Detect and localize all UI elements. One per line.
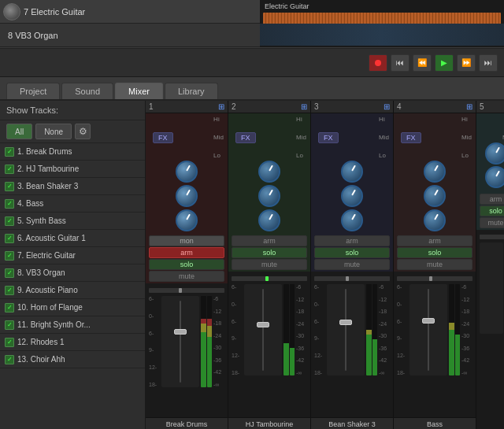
mixer-panel: 1 ⊞ FX Hi Mid Lo: [146, 101, 504, 429]
knob-lo-ch4[interactable]: [424, 209, 446, 231]
arm-button-ch3[interactable]: arm: [314, 235, 390, 246]
play-button[interactable]: ▶: [435, 54, 454, 72]
list-item[interactable]: ✓ 1. Break Drums: [0, 143, 145, 161]
track-checkbox-4[interactable]: ✓: [5, 199, 14, 209]
track-checkbox-7[interactable]: ✓: [5, 251, 14, 261]
fader-handle-2[interactable]: [257, 322, 269, 327]
mute-button-ch4[interactable]: mute: [397, 259, 472, 270]
solo-button-ch4[interactable]: solo: [397, 247, 472, 258]
fader-marker-ch1: [179, 288, 182, 293]
track-checkbox-12[interactable]: ✓: [5, 338, 14, 347]
knob-mid-ch3[interactable]: [341, 185, 363, 207]
knob-mid-ch4[interactable]: [424, 185, 446, 207]
channel-buttons-2: arm solo mute: [228, 234, 310, 272]
channel-grid-icon-1[interactable]: ⊞: [218, 102, 224, 111]
track-row-vb3-organ: 8 VB3 Organ: [0, 24, 504, 47]
fast-forward-button[interactable]: ⏩: [457, 54, 476, 72]
fader-handle-1[interactable]: [174, 329, 187, 335]
knobs-ch3: [313, 161, 391, 231]
fader-section-2: 6- 0- 6- 9- 12- 18-: [228, 272, 310, 417]
fader-handle-4[interactable]: [422, 318, 435, 324]
meter-left-2: [284, 284, 289, 375]
fader-strip-1[interactable]: [161, 296, 199, 387]
fader-marker-ch4: [429, 276, 432, 281]
fx-button-ch2[interactable]: FX: [235, 132, 256, 143]
track-checkbox-11[interactable]: ✓: [5, 320, 14, 330]
arm-button-ch1[interactable]: arm: [149, 247, 224, 258]
fader-strip-2[interactable]: [244, 284, 282, 375]
knob-mid-ch2[interactable]: [258, 185, 280, 207]
fader-marker-ch2: [265, 276, 269, 281]
arm-button-ch5[interactable]: arm: [480, 194, 504, 205]
mute-button-ch5[interactable]: mute: [480, 217, 504, 228]
track-checkbox-8[interactable]: ✓: [5, 268, 14, 278]
mute-button-ch2[interactable]: mute: [232, 259, 307, 270]
track-checkbox-13[interactable]: ✓: [5, 355, 14, 364]
knob-mid-ch5[interactable]: [485, 166, 505, 188]
fader-strip-4[interactable]: [410, 284, 447, 375]
list-item[interactable]: ✓ 11. Bright Synth Or...: [0, 316, 145, 334]
knob-hi-ch3[interactable]: [341, 161, 363, 183]
track-checkbox-1[interactable]: ✓: [5, 147, 14, 157]
fader-strip-5[interactable]: [480, 242, 503, 334]
list-item[interactable]: ✓ 10. Horn of Flange: [0, 299, 145, 316]
fader-strip-3[interactable]: [327, 284, 365, 375]
solo-button-ch3[interactable]: solo: [314, 247, 390, 258]
list-item[interactable]: ✓ 4. Bass: [0, 195, 145, 213]
list-item[interactable]: ✓ 12. Rhodes 1: [0, 334, 145, 351]
track-row-electric-guitar: 7 Electric Guitar Project solo 〜 fx arm …: [0, 0, 504, 24]
settings-gear-icon[interactable]: ⚙: [75, 124, 91, 139]
list-item[interactable]: ✓ 7. Electric Guitar: [0, 247, 145, 264]
track-checkbox-9[interactable]: ✓: [5, 286, 14, 295]
none-button[interactable]: None: [35, 124, 72, 139]
arm-button-ch4[interactable]: arm: [397, 235, 472, 246]
knob-lo-ch1[interactable]: [176, 209, 198, 231]
tabs-bar: Project Sound Mixer Library: [0, 77, 504, 101]
track-name-10: 10. Horn of Flange: [17, 303, 83, 312]
channel-grid-icon-2[interactable]: ⊞: [301, 102, 307, 111]
record-button[interactable]: [369, 54, 387, 72]
list-item[interactable]: ✓ 8. VB3 Organ: [0, 264, 145, 282]
fader-position-1: [149, 288, 224, 293]
knob-hi-ch1[interactable]: [176, 161, 198, 183]
fx-button-ch4[interactable]: FX: [401, 132, 421, 143]
channel-grid-icon-3[interactable]: ⊞: [384, 102, 390, 111]
knob-mid-ch1[interactable]: [176, 185, 198, 207]
track-checkbox-3[interactable]: ✓: [5, 182, 14, 191]
knob-hi-ch4[interactable]: [424, 161, 446, 183]
tab-mixer[interactable]: Mixer: [115, 83, 163, 99]
solo-button-ch2[interactable]: solo: [232, 247, 307, 258]
list-item[interactable]: ✓ 3. Bean Shaker 3: [0, 178, 145, 195]
list-item[interactable]: ✓ 13. Choir Ahh: [0, 351, 145, 368]
fx-button-ch1[interactable]: FX: [153, 132, 173, 143]
all-button[interactable]: All: [6, 124, 32, 139]
rewind-button[interactable]: ⏪: [413, 54, 432, 72]
solo-button-ch1[interactable]: solo: [149, 259, 224, 270]
tab-sound[interactable]: Sound: [61, 83, 113, 99]
list-item[interactable]: ✓ 2. HJ Tambourine: [0, 161, 145, 178]
mute-button-ch1[interactable]: mute: [149, 271, 224, 282]
knob-hi-ch5[interactable]: [485, 142, 505, 165]
knob-lo-ch3[interactable]: [341, 209, 363, 231]
arm-button-ch2[interactable]: arm: [232, 235, 307, 246]
mute-button-ch3[interactable]: mute: [314, 259, 390, 270]
fader-handle-3[interactable]: [339, 320, 352, 325]
track-checkbox-6[interactable]: ✓: [5, 234, 14, 243]
track-checkbox-10[interactable]: ✓: [5, 303, 14, 313]
tab-library[interactable]: Library: [165, 83, 218, 99]
fx-button-ch3[interactable]: FX: [318, 132, 339, 143]
knob-hi-ch2[interactable]: [258, 161, 280, 183]
list-item[interactable]: ✓ 6. Acoustic Guitar 1: [0, 230, 145, 247]
list-item[interactable]: ✓ 5. Synth Bass: [0, 213, 145, 230]
track-checkbox-5[interactable]: ✓: [5, 216, 14, 226]
list-item[interactable]: ✓ 9. Acoustic Piano: [0, 282, 145, 299]
track-checkbox-2[interactable]: ✓: [5, 165, 14, 174]
knob-lo-ch2[interactable]: [258, 209, 280, 231]
eq-labels-4: Hi Mid Lo: [461, 116, 472, 159]
tab-project[interactable]: Project: [6, 83, 60, 99]
channel-grid-icon-4[interactable]: ⊞: [466, 102, 472, 111]
skip-back-button[interactable]: ⏮: [391, 54, 410, 72]
solo-button-ch5[interactable]: solo: [480, 205, 504, 216]
skip-forward-button[interactable]: ⏭: [479, 54, 498, 72]
mon-button-ch1[interactable]: mon: [149, 235, 224, 246]
